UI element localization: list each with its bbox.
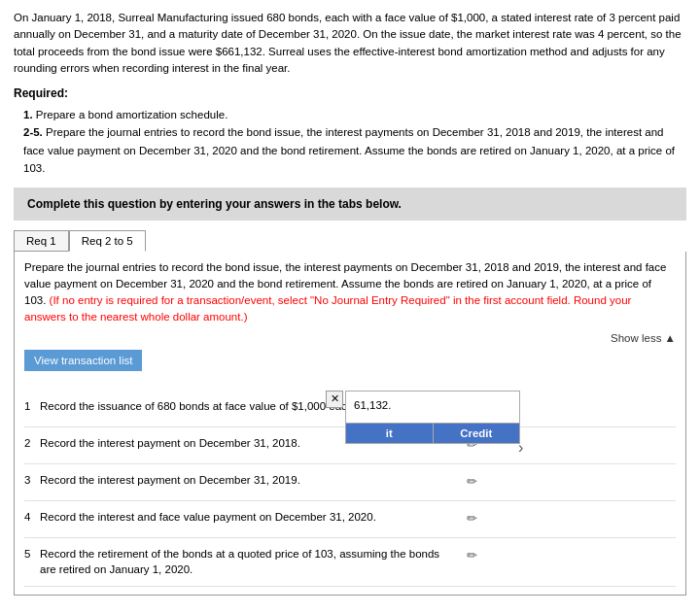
req-num-2: 2-5.: [23, 126, 46, 138]
intro-text: On January 1, 2018, Surreal Manufacturin…: [14, 10, 686, 77]
chevron-right-icon[interactable]: ›: [518, 439, 523, 457]
req-text-2: Prepare the journal entries to record th…: [23, 126, 675, 174]
journal-columns: it Credit: [346, 423, 519, 443]
entry-num-3: 3: [24, 472, 40, 486]
req-item-2: 2-5. Prepare the journal entries to reco…: [23, 123, 686, 177]
transaction-area: ✕ 61,132. it Credit › 1: [24, 391, 676, 587]
journal-panel: 61,132. it Credit: [345, 391, 520, 444]
edit-button-4[interactable]: ✏: [462, 509, 481, 526]
edit-button-3[interactable]: ✏: [462, 472, 481, 489]
tab-req2to5[interactable]: Req 2 to 5: [69, 230, 146, 252]
required-label: Required:: [14, 86, 686, 100]
instruction-red: (If no entry is required for a transacti…: [24, 294, 631, 323]
entry-num-4: 4: [24, 509, 40, 523]
entry-text-4: Record the interest and face value payme…: [40, 509, 462, 526]
debit-column-header: it: [346, 424, 434, 443]
req-text-1: Prepare a bond amortization schedule.: [36, 109, 228, 120]
entry-item-4: 4 Record the interest and face value pay…: [24, 501, 676, 538]
tabs-row: Req 1 Req 2 to 5: [14, 230, 686, 252]
entry-text-3: Record the interest payment on December …: [40, 472, 462, 489]
entry-item-5: 5 Record the retirement of the bonds at …: [24, 538, 676, 587]
required-section: Required: 1. Prepare a bond amortization…: [14, 86, 686, 178]
view-transaction-button[interactable]: View transaction list: [24, 350, 142, 371]
pencil-icon-3: ✏: [467, 474, 477, 489]
edit-button-5[interactable]: ✏: [462, 546, 481, 562]
main-container: On January 1, 2018, Surreal Manufacturin…: [0, 0, 700, 605]
complete-box-text: Complete this question by entering your …: [27, 197, 402, 211]
instruction-text: Prepare the journal entries to record th…: [24, 259, 676, 326]
pencil-icon-5: ✏: [467, 548, 477, 562]
entry-text-5: Record the retirement of the bonds at a …: [40, 546, 462, 578]
show-less[interactable]: Show less ▲: [24, 332, 676, 344]
close-button[interactable]: ✕: [326, 391, 343, 408]
entry-item-3: 3 Record the interest payment on Decembe…: [24, 464, 676, 501]
journal-value: 61,132.: [352, 397, 513, 413]
journal-panel-inner: 61,132.: [346, 392, 519, 423]
tabs-section: Req 1 Req 2 to 5 Prepare the journal ent…: [14, 230, 686, 596]
complete-box: Complete this question by entering your …: [14, 187, 686, 221]
credit-column-header: Credit: [434, 424, 520, 443]
tab-req1[interactable]: Req 1: [14, 230, 69, 252]
tab-content: Prepare the journal entries to record th…: [14, 252, 686, 596]
entry-num-1: 1: [24, 398, 40, 412]
req-item-1: 1. Prepare a bond amortization schedule.: [23, 106, 686, 123]
pencil-icon-4: ✏: [467, 511, 477, 526]
entry-num-2: 2: [24, 435, 40, 449]
req-num-1: 1.: [23, 109, 36, 120]
entry-num-5: 5: [24, 546, 40, 560]
